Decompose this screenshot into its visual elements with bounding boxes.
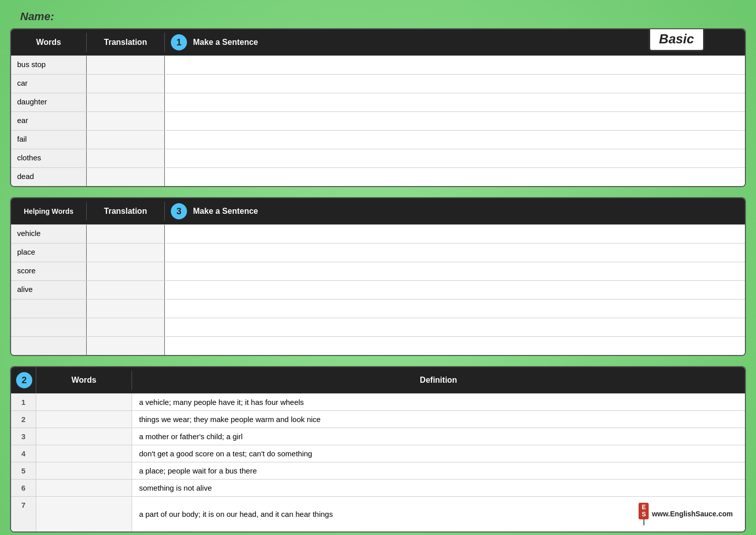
definition-cell: a vehicle; many people have it; it has f…	[132, 394, 745, 410]
table-row: clothes	[11, 149, 745, 167]
table-row	[11, 318, 745, 336]
translation-cell[interactable]	[87, 56, 165, 74]
sentence-cell[interactable]	[165, 337, 745, 355]
word-cell	[11, 300, 87, 318]
translation-cell[interactable]	[87, 149, 165, 167]
translation-cell[interactable]	[87, 112, 165, 130]
translation-cell[interactable]	[87, 75, 165, 93]
row-num: 2	[11, 411, 36, 428]
word-cell: clothes	[11, 149, 87, 167]
table-row	[11, 299, 745, 318]
table-row: bus stop	[11, 55, 745, 74]
def-word-cell[interactable]	[36, 428, 132, 445]
sentence-cell[interactable]	[165, 225, 745, 243]
definition-cell: things we wear; they make people warm an…	[132, 411, 745, 428]
translation-cell[interactable]	[87, 337, 165, 355]
section1-words-header: Words	[11, 33, 87, 52]
row-num: 1	[11, 394, 36, 410]
sentence-cell[interactable]	[165, 112, 745, 130]
row-num: 6	[11, 480, 36, 496]
def-word-cell[interactable]	[36, 394, 132, 410]
section1-sentence-label: Make a Sentence	[193, 38, 258, 47]
sentence-cell[interactable]	[165, 262, 745, 280]
translation-cell[interactable]	[87, 244, 165, 262]
section3-words-header: Helping Words	[11, 202, 87, 220]
table-row: 7 a part of our body; it is on our head,…	[11, 496, 745, 531]
sentence-cell[interactable]	[165, 318, 745, 336]
row-num: 7	[11, 497, 36, 531]
word-cell: score	[11, 262, 87, 280]
section2-words-header: Words	[36, 371, 132, 390]
table-row: dead	[11, 167, 745, 186]
table-row: daughter	[11, 93, 745, 111]
word-cell: fail	[11, 131, 87, 149]
definition-text: something is not alive	[139, 484, 212, 492]
table-row: fail	[11, 130, 745, 149]
word-cell: alive	[11, 281, 87, 299]
section3-translation-header: Translation	[87, 202, 165, 221]
translation-cell[interactable]	[87, 131, 165, 149]
word-cell: ear	[11, 112, 87, 130]
section3-header: Helping Words Translation 3 Make a Sente…	[11, 198, 745, 224]
sentence-cell[interactable]	[165, 93, 745, 111]
translation-cell[interactable]	[87, 281, 165, 299]
section2-definition-header: Definition	[132, 371, 745, 390]
def-word-cell[interactable]	[36, 445, 132, 462]
translation-cell[interactable]	[87, 168, 165, 186]
basic-badge: Basic	[649, 28, 705, 51]
table-row: vehicle	[11, 224, 745, 243]
def-word-cell[interactable]	[36, 411, 132, 428]
row-num: 3	[11, 428, 36, 445]
definition-text: a part of our body; it is on our head, a…	[139, 510, 333, 518]
name-label: Name:	[10, 10, 746, 23]
section1-header: Words Translation 1 Make a Sentence	[11, 29, 745, 55]
table-row	[11, 336, 745, 355]
section3-circle: 3	[171, 203, 187, 219]
sentence-cell[interactable]	[165, 300, 745, 318]
table-row: alive	[11, 280, 745, 299]
section1-circle: 1	[171, 34, 187, 50]
definition-cell: a mother or father's child; a girl	[132, 428, 745, 445]
sentence-cell[interactable]	[165, 75, 745, 93]
word-cell	[11, 318, 87, 336]
table-row: 3 a mother or father's child; a girl	[11, 428, 745, 445]
word-cell	[11, 337, 87, 355]
definition-cell: something is not alive	[132, 480, 745, 496]
table-row: ear	[11, 111, 745, 130]
table-row: place	[11, 243, 745, 262]
sentence-cell[interactable]	[165, 56, 745, 74]
sentence-cell[interactable]	[165, 168, 745, 186]
translation-cell[interactable]	[87, 318, 165, 336]
logo-area: ES www.EnglishSauce.com	[634, 501, 738, 527]
translation-cell[interactable]	[87, 93, 165, 111]
section3: Helping Words Translation 3 Make a Sente…	[10, 197, 746, 356]
sentence-cell[interactable]	[165, 281, 745, 299]
table-row: score	[11, 262, 745, 280]
section1: Basic Words Translation 1 Make a Sentenc…	[10, 28, 746, 187]
table-row: 1 a vehicle; many people have it; it has…	[11, 393, 745, 410]
def-word-cell[interactable]	[36, 462, 132, 479]
word-cell: vehicle	[11, 225, 87, 243]
word-cell: dead	[11, 168, 87, 186]
def-word-cell[interactable]	[36, 480, 132, 496]
table-row: 5 a place; people wait for a bus there	[11, 462, 745, 479]
section2-header: 2 Words Definition	[11, 367, 745, 393]
word-cell: place	[11, 244, 87, 262]
sentence-cell[interactable]	[165, 149, 745, 167]
sentence-cell[interactable]	[165, 244, 745, 262]
word-cell: daughter	[11, 93, 87, 111]
row-num: 5	[11, 462, 36, 479]
definition-cell: a place; people wait for a bus there	[132, 462, 745, 479]
def-word-cell[interactable]	[36, 497, 132, 531]
section2-circle-container: 2	[11, 367, 36, 393]
table-row: 2 things we wear; they make people warm …	[11, 410, 745, 428]
row-num: 4	[11, 445, 36, 462]
translation-cell[interactable]	[87, 225, 165, 243]
website-url: www.EnglishSauce.com	[652, 510, 733, 518]
section2: 2 Words Definition 1 a vehicle; many peo…	[10, 366, 746, 532]
word-cell: bus stop	[11, 56, 87, 74]
translation-cell[interactable]	[87, 262, 165, 280]
table-row: car	[11, 74, 745, 93]
translation-cell[interactable]	[87, 300, 165, 318]
sentence-cell[interactable]	[165, 131, 745, 149]
